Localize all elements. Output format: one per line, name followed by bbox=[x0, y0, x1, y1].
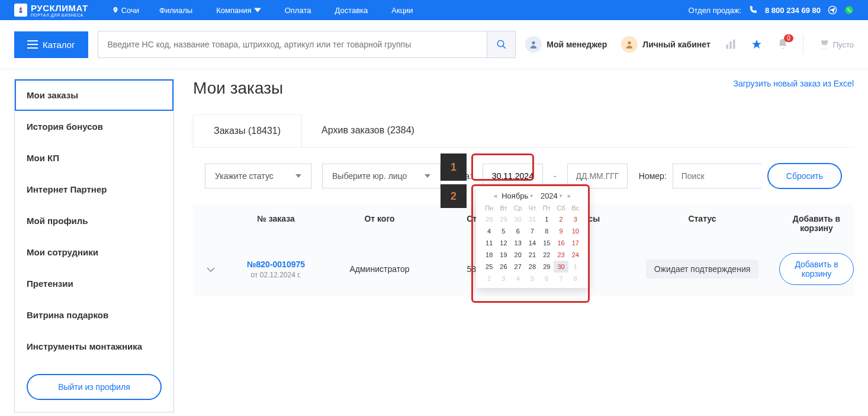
account-link[interactable]: Личный кабинет bbox=[621, 36, 710, 53]
sidebar-item-partner[interactable]: Интернет Партнер bbox=[15, 174, 173, 205]
excel-upload-link[interactable]: Загрузить новый заказ из Excel bbox=[734, 79, 854, 88]
city-name: Сочи bbox=[121, 6, 139, 15]
svg-rect-3 bbox=[27, 44, 38, 45]
svg-rect-4 bbox=[27, 47, 38, 49]
catalog-label: Каталог bbox=[43, 40, 75, 50]
notifications[interactable]: 0 bbox=[777, 38, 789, 52]
divider bbox=[803, 34, 803, 55]
notif-badge: 0 bbox=[784, 34, 793, 42]
number-label: Номер: bbox=[639, 171, 667, 181]
svg-rect-2 bbox=[27, 40, 38, 41]
sidebar-item-orders[interactable]: Мои заказы bbox=[15, 79, 173, 111]
search-input[interactable] bbox=[98, 31, 487, 57]
date-dash: - bbox=[554, 171, 557, 181]
my-manager-link[interactable]: Мой менеджер bbox=[525, 36, 607, 53]
logout-button[interactable]: Выйти из профиля bbox=[27, 374, 162, 400]
sidebar-item-bonus[interactable]: История бонусов bbox=[15, 111, 173, 142]
annotation-2-box bbox=[471, 184, 590, 303]
th-order-no: № заказа bbox=[229, 214, 323, 233]
entity-select[interactable]: Выберите юр. лицо bbox=[322, 164, 441, 188]
sidebar-item-staff[interactable]: Мои сотрудники bbox=[15, 236, 173, 268]
menu-icon bbox=[27, 40, 38, 49]
search-wrap bbox=[98, 31, 516, 58]
order-status: Ожидает подтверждения bbox=[646, 260, 759, 279]
svg-line-6 bbox=[503, 46, 506, 49]
header-row: Каталог Мой менеджер Личный кабинет 0 Пу… bbox=[0, 20, 868, 69]
order-from: Администратор bbox=[323, 264, 436, 274]
svg-rect-10 bbox=[729, 41, 731, 49]
add-to-cart-button[interactable]: Добавить в корзину bbox=[779, 253, 854, 285]
account-avatar-icon bbox=[621, 36, 638, 53]
th-from: От кого bbox=[323, 214, 436, 233]
svg-rect-9 bbox=[726, 44, 728, 49]
whatsapp-icon[interactable] bbox=[844, 5, 854, 15]
phone-icon bbox=[748, 5, 758, 15]
topnav-promo[interactable]: Акции bbox=[391, 6, 413, 15]
tabs: Заказы (18431) Архив заказов (2384) bbox=[193, 114, 854, 147]
sidebar: Мои заказы История бонусов Мои КП Интерн… bbox=[14, 79, 174, 412]
city-selector[interactable]: Сочи bbox=[112, 6, 139, 15]
annotation-1: 1 bbox=[441, 153, 467, 181]
telegram-icon[interactable] bbox=[828, 5, 837, 15]
layout: Мои заказы История бонусов Мои КП Интерн… bbox=[0, 69, 868, 416]
status-select[interactable]: Укажите статус bbox=[205, 164, 311, 188]
filters: Укажите статус Выберите юр. лицо Дата: -… bbox=[193, 147, 854, 204]
svg-point-7 bbox=[532, 41, 535, 44]
orders-panel: Заказы (18431) Архив заказов (2384) Укаж… bbox=[193, 114, 854, 296]
cart-label: Пусто bbox=[833, 40, 854, 49]
th-status: Статус bbox=[625, 214, 779, 233]
cart-icon bbox=[818, 39, 830, 50]
chevron-down-icon bbox=[295, 173, 301, 179]
sidebar-item-gifts[interactable]: Витрина подарков bbox=[15, 299, 173, 331]
search-icon bbox=[496, 39, 507, 50]
annotation-2: 2 bbox=[441, 184, 467, 208]
topnav-company[interactable]: Компания bbox=[216, 6, 261, 15]
phone-number[interactable]: 8 800 234 69 80 bbox=[765, 6, 821, 15]
stats-icon[interactable] bbox=[725, 39, 737, 50]
chevron-down-icon bbox=[425, 173, 430, 179]
page-title: Мои заказы bbox=[193, 79, 283, 98]
th-addcart: Добавить в корзину bbox=[779, 214, 854, 233]
logo[interactable]: РУСКЛИМАТ ПОРТАЛ ДЛЯ БИЗНЕСА bbox=[14, 3, 88, 17]
cart[interactable]: Пусто bbox=[818, 39, 854, 50]
logo-text: РУСКЛИМАТ bbox=[31, 3, 88, 13]
annotation-1-box bbox=[471, 153, 534, 181]
topnav: Филиалы Компания Оплата Доставка Акции bbox=[159, 6, 688, 15]
expand-row-icon[interactable] bbox=[193, 264, 229, 274]
logo-subtitle: ПОРТАЛ ДЛЯ БИЗНЕСА bbox=[31, 13, 88, 17]
sidebar-item-kp[interactable]: Мои КП bbox=[15, 142, 173, 174]
tab-archive[interactable]: Архив заказов (2384) bbox=[301, 114, 435, 147]
sidebar-item-claims[interactable]: Претензии bbox=[15, 268, 173, 299]
topnav-branches[interactable]: Филиалы bbox=[159, 6, 192, 15]
catalog-button[interactable]: Каталог bbox=[14, 31, 88, 58]
logo-icon bbox=[14, 4, 27, 17]
topbar: РУСКЛИМАТ ПОРТАЛ ДЛЯ БИЗНЕСА Сочи Филиал… bbox=[0, 0, 868, 20]
topnav-delivery[interactable]: Доставка bbox=[335, 6, 368, 15]
topbar-right: Отдел продаж: 8 800 234 69 80 bbox=[688, 5, 854, 15]
number-search bbox=[673, 164, 761, 188]
sidebar-item-profile[interactable]: Мой профиль bbox=[15, 205, 173, 236]
tab-orders[interactable]: Заказы (18431) bbox=[193, 114, 301, 147]
svg-point-5 bbox=[497, 40, 504, 47]
svg-point-1 bbox=[845, 6, 853, 14]
order-number-link[interactable]: №820-0010975 bbox=[229, 260, 323, 269]
sales-label: Отдел продаж: bbox=[688, 6, 741, 15]
sidebar-item-tools[interactable]: Инструменты монтажника bbox=[15, 331, 173, 362]
favorites-icon[interactable] bbox=[751, 39, 763, 50]
svg-point-8 bbox=[628, 41, 631, 44]
header-icons: Мой менеджер Личный кабинет 0 Пусто bbox=[525, 34, 854, 55]
order-date: от 02.12.2024 г. bbox=[229, 271, 323, 279]
topnav-payment[interactable]: Оплата bbox=[285, 6, 311, 15]
main: Мои заказы Загрузить новый заказ из Exce… bbox=[193, 79, 854, 412]
manager-avatar-icon bbox=[525, 36, 542, 53]
svg-rect-11 bbox=[733, 40, 735, 49]
search-button[interactable] bbox=[487, 31, 515, 57]
reset-button[interactable]: Сбросить bbox=[767, 163, 842, 189]
